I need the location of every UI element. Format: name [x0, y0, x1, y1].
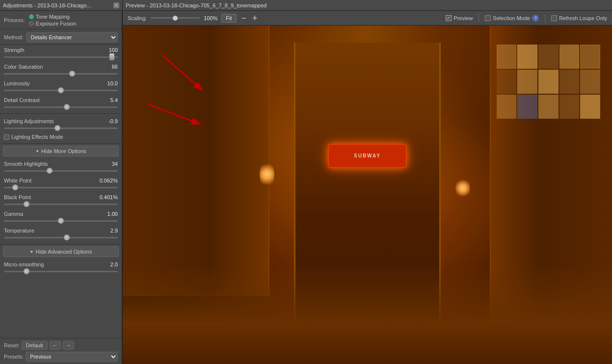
left-window-title: Adjustments - 2013-03-18-Chicago...: [3, 2, 113, 8]
tone-mapping-label: Tone Mapping: [36, 14, 70, 20]
lighting-effects-row: Lighting Effects Mode: [0, 132, 122, 141]
micro-smoothing-slider-track[interactable]: [4, 268, 118, 275]
scaling-slider[interactable]: [151, 15, 200, 22]
hide-advanced-options-btn[interactable]: ▼ Hide Advanced Options: [3, 246, 119, 257]
temperature-label: Temperature: [4, 228, 34, 234]
scaling-thumb[interactable]: [173, 16, 178, 21]
micro-smoothing-thumb[interactable]: [24, 268, 29, 274]
gamma-thumb[interactable]: [58, 218, 64, 224]
white-point-slider-track[interactable]: [4, 184, 118, 191]
refresh-label: Refresh Loupe Only: [559, 15, 607, 21]
tone-mapping-row: Tone Mapping: [29, 14, 77, 20]
smooth-highlights-thumb[interactable]: [47, 168, 53, 174]
exposure-fusion-row: Exposure Fusion: [29, 21, 77, 26]
temperature-thumb[interactable]: [64, 234, 70, 240]
gamma-slider-track[interactable]: [4, 217, 118, 224]
strength-label: Strength: [4, 47, 25, 53]
lighting-effects-checkbox[interactable]: [4, 134, 9, 140]
black-point-thumb[interactable]: [24, 201, 29, 207]
temperature-value: 2.9: [110, 228, 118, 234]
building-windows: [495, 43, 602, 246]
refresh-check-group: Refresh Loupe Only: [551, 15, 607, 21]
method-label: Method:: [4, 34, 24, 40]
default-btn[interactable]: Default: [22, 341, 48, 350]
method-select[interactable]: Details Enhancer: [27, 32, 118, 42]
luminosity-thumb[interactable]: [58, 87, 64, 93]
lighting-adjustments-thumb[interactable]: [54, 125, 60, 131]
luminosity-section: Luminosity 10.0: [0, 78, 122, 95]
smooth-highlights-label: Smooth Highlights: [4, 161, 48, 167]
lighting-adjustments-section: Lighting Adjustments -0.9: [0, 116, 122, 132]
white-point-thumb[interactable]: [12, 184, 18, 190]
zoom-out-btn[interactable]: −: [240, 14, 248, 23]
black-point-slider-track[interactable]: [4, 201, 118, 208]
bottom-controls: Reset: Default ← → Presets: Previous: [0, 338, 122, 364]
detail-contrast-slider-track[interactable]: [4, 104, 118, 110]
process-options: Tone Mapping Exposure Fusion: [29, 14, 77, 26]
color-saturation-thumb[interactable]: [69, 71, 75, 77]
temperature-section: Temperature 2.9: [0, 225, 122, 242]
smooth-highlights-slider-track[interactable]: [4, 167, 118, 174]
black-point-value: 0.401%: [100, 194, 118, 200]
strength-section: Strength 100: [0, 45, 122, 61]
preview-checkbox[interactable]: ✓: [446, 15, 452, 21]
scaling-value: 100%: [204, 15, 217, 21]
lighting-adjustments-value: -0.9: [108, 118, 118, 124]
color-saturation-value: 66: [112, 64, 118, 70]
micro-smoothing-label: Micro-smoothing: [4, 261, 44, 267]
luminosity-slider-track[interactable]: [4, 87, 118, 94]
redo-btn[interactable]: →: [63, 341, 74, 350]
exposure-fusion-radio[interactable]: [29, 21, 34, 26]
panel-scroll-area[interactable]: Process: Tone Mapping Exposure Fusion: [0, 11, 122, 338]
preview-label: Preview: [453, 15, 473, 21]
micro-smoothing-value: 2.0: [110, 261, 118, 267]
selection-mode-label: Selection Mode: [493, 15, 530, 21]
lighting-adjustments-slider-track[interactable]: [4, 125, 118, 131]
hide-more-options-btn[interactable]: ▼ Hide More Options: [3, 146, 119, 156]
black-point-label: Black Point: [4, 194, 31, 200]
selection-mode-help-btn[interactable]: ?: [532, 15, 539, 22]
hide-more-options-label: Hide More Options: [41, 148, 86, 154]
method-row: Method: Details Enhancer: [0, 30, 122, 44]
temperature-slider-track[interactable]: [4, 234, 118, 241]
strength-thumb[interactable]: [109, 53, 114, 60]
gamma-value: 1.00: [107, 211, 118, 217]
undo-btn[interactable]: ←: [50, 341, 61, 350]
left-title-bar: Adjustments - 2013-03-18-Chicago... ✕: [0, 0, 123, 11]
refresh-checkbox[interactable]: [551, 15, 557, 21]
strength-slider-track[interactable]: [4, 53, 118, 60]
white-point-section: White Point 0.062%: [0, 175, 122, 192]
lighting-effects-label: Lighting Effects Mode: [11, 134, 63, 140]
tone-mapping-radio[interactable]: [29, 14, 34, 19]
preview-toolbar: Scaling: 100% Fit − + ✓ Preview Select: [123, 11, 612, 26]
close-left-window[interactable]: ✕: [113, 2, 119, 8]
gamma-label: Gamma: [4, 211, 23, 217]
smooth-highlights-value: 34: [112, 161, 118, 167]
right-window-title: Preview - 2013-03-18-Chicago-705_6_7_8_9…: [126, 2, 266, 8]
gamma-section: Gamma 1.00: [0, 208, 122, 225]
color-saturation-slider-track[interactable]: [4, 70, 118, 77]
presets-row: Presets: Previous: [4, 352, 118, 362]
smooth-highlights-section: Smooth Highlights 34: [0, 158, 122, 175]
detail-contrast-section: Detail Contrast 5.4: [0, 95, 122, 111]
color-saturation-label: Color Saturation: [4, 64, 43, 70]
right-panel: Scaling: 100% Fit − + ✓ Preview Select: [123, 11, 612, 364]
detail-contrast-thumb[interactable]: [64, 104, 70, 110]
fit-btn[interactable]: Fit: [221, 14, 236, 23]
presets-select[interactable]: Previous: [26, 352, 118, 362]
process-label: Process:: [4, 17, 25, 23]
preview-area: SUBWAY: [123, 26, 612, 364]
selection-mode-checkbox[interactable]: [485, 15, 491, 21]
hide-advanced-options-triangle: ▼: [30, 250, 34, 254]
luminosity-label: Luminosity: [4, 80, 30, 86]
preview-check-group: ✓ Preview: [446, 15, 473, 21]
toolbar-divider-1: [479, 14, 479, 22]
black-point-section: Black Point 0.401%: [0, 192, 122, 208]
hide-advanced-options-label: Hide Advanced Options: [35, 249, 92, 255]
zoom-in-btn[interactable]: +: [251, 14, 259, 23]
presets-label: Presets:: [4, 354, 24, 360]
toolbar-divider-2: [545, 14, 545, 22]
reset-label: Reset:: [4, 342, 20, 348]
white-point-label: White Point: [4, 178, 31, 183]
detail-contrast-value: 5.4: [110, 97, 118, 103]
